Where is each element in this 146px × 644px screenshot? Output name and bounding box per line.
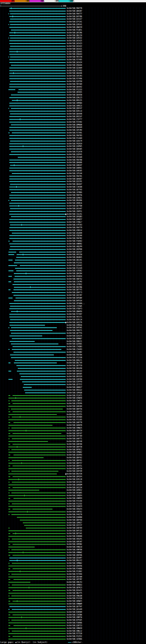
hit-bar[interactable]	[12, 395, 66, 396]
hit-label[interactable]: UniRef100_Q38713	[67, 624, 82, 627]
hit-bar[interactable]	[8, 590, 10, 591]
hit-label[interactable]: UniRef100_P12329	[67, 267, 82, 270]
hit-bar[interactable]	[17, 371, 66, 372]
hit-bar[interactable]	[9, 149, 66, 150]
hit-bar[interactable]	[9, 76, 66, 76]
hit-label[interactable]: UniRef100_Q0VY60	[67, 519, 82, 521]
hit-label[interactable]: UniRef100_Q9CSR6	[67, 32, 82, 34]
hit-label[interactable]: UniRef100_Q24235	[67, 335, 82, 337]
hit-bar[interactable]	[9, 325, 45, 326]
hit-label[interactable]: UniRef100_Q0VY61	[67, 460, 82, 462]
hit-label[interactable]: UniRef100_B9C929	[67, 376, 82, 378]
hit-label[interactable]: UniRef100_P13851	[67, 29, 82, 31]
hit-bar[interactable]	[8, 636, 10, 637]
hit-bar[interactable]	[9, 249, 66, 250]
hit-bar[interactable]	[9, 235, 66, 236]
hit-label[interactable]: UniRef100_Q4VY47	[67, 432, 82, 435]
hit-bar[interactable]	[8, 420, 66, 420]
hit-label[interactable]: UniRef100_Q104C9	[67, 505, 82, 508]
hit-bar[interactable]	[16, 365, 66, 366]
hit-bar[interactable]	[12, 349, 61, 350]
hit-bar[interactable]	[11, 192, 66, 193]
hit-label[interactable]: UniRef100_B4F1G5	[67, 530, 82, 532]
hit-bar[interactable]	[20, 520, 66, 520]
hit-label[interactable]: UniRef100_A9NWJ5	[67, 427, 82, 429]
hit-label[interactable]: UniRef100_Q5UXH9	[67, 232, 82, 234]
hit-bar[interactable]	[8, 460, 10, 461]
hit-bar[interactable]	[9, 168, 66, 168]
hit-bar[interactable]	[8, 270, 13, 271]
hit-bar[interactable]	[8, 601, 10, 602]
hit-bar[interactable]	[14, 300, 66, 301]
hit-label[interactable]: UniRef100_P12471	[67, 394, 82, 397]
hit-label[interactable]: UniRef100_A9PHD4	[67, 102, 82, 104]
hit-label[interactable]: UniRef100_Q39142	[67, 37, 82, 39]
hit-bar[interactable]	[8, 38, 9, 38]
hit-bar[interactable]	[8, 514, 10, 515]
hit-label[interactable]: UniRef100_B4FSH1	[67, 327, 82, 329]
hit-bar[interactable]	[10, 306, 66, 306]
hit-bar[interactable]	[8, 625, 10, 626]
hit-bar[interactable]	[8, 452, 66, 452]
hit-bar[interactable]	[18, 368, 66, 369]
hit-label[interactable]: UniRef100_B8LP75	[67, 592, 82, 594]
hit-bar[interactable]	[11, 620, 66, 620]
hit-bar[interactable]	[8, 536, 66, 537]
hit-bar[interactable]	[10, 354, 54, 355]
hit-bar[interactable]	[8, 479, 66, 480]
hit-bar[interactable]	[9, 127, 66, 128]
hit-bar[interactable]	[18, 89, 66, 90]
hit-bar[interactable]	[8, 582, 30, 582]
hit-bar[interactable]	[9, 122, 66, 122]
hit-label[interactable]: UniRef100_B1N5B9	[67, 611, 82, 614]
hit-label[interactable]: UniRef100_C5X5B6	[67, 614, 82, 616]
hit-bar[interactable]	[9, 11, 66, 12]
hit-label[interactable]: UniRef100_C5YVW5	[67, 305, 82, 308]
hit-bar[interactable]	[12, 100, 66, 101]
hit-bar[interactable]	[9, 8, 66, 9]
hit-bar[interactable]	[12, 563, 66, 564]
hit-label[interactable]: UniRef100_B9T0C1	[67, 449, 82, 451]
hit-bar[interactable]	[8, 617, 66, 618]
hit-label[interactable]: UniRef100_Q64448	[67, 113, 82, 115]
hit-bar[interactable]	[8, 417, 10, 418]
hit-bar[interactable]	[12, 509, 52, 510]
hit-bar[interactable]	[11, 344, 58, 344]
hit-bar[interactable]	[8, 631, 10, 632]
hit-bar[interactable]	[9, 62, 66, 63]
hit-bar[interactable]	[8, 571, 66, 572]
hit-label[interactable]: UniRef100_P12331	[67, 262, 82, 264]
hit-bar[interactable]	[9, 54, 66, 54]
hit-label[interactable]: UniRef100_A9PXN2	[67, 543, 82, 546]
hit-bar[interactable]	[8, 550, 10, 550]
hit-bar[interactable]	[8, 596, 10, 596]
hit-bar[interactable]	[11, 514, 66, 515]
hit-label[interactable]: UniRef100_P04779	[67, 226, 82, 229]
hit-bar[interactable]	[8, 457, 44, 458]
hit-bar[interactable]	[12, 241, 66, 242]
hit-bar[interactable]	[11, 65, 66, 66]
hit-bar[interactable]	[8, 542, 66, 542]
hit-bar[interactable]	[8, 57, 9, 57]
hit-bar[interactable]	[9, 341, 35, 342]
hit-bar[interactable]	[12, 614, 66, 615]
hit-bar[interactable]	[8, 604, 66, 604]
hit-bar[interactable]	[11, 574, 66, 574]
hit-label[interactable]: UniRef100_A9KJ53	[67, 581, 82, 584]
hit-bar[interactable]	[9, 97, 66, 98]
hit-bar[interactable]	[11, 124, 66, 125]
hit-label[interactable]: UniRef100_Q40771	[67, 438, 82, 440]
hit-label[interactable]: UniRef100_Q9M600	[67, 124, 82, 126]
hit-bar[interactable]	[9, 238, 66, 239]
hit-label[interactable]: UniRef100_Q40185	[67, 170, 82, 172]
hit-bar[interactable]	[12, 539, 66, 539]
hit-label[interactable]: UniRef100_B9LB96	[67, 200, 82, 202]
hit-bar[interactable]	[9, 16, 66, 17]
hit-bar[interactable]	[9, 154, 66, 155]
hit-label[interactable]: UniRef100_P12552	[67, 635, 82, 638]
hit-label[interactable]: UniRef100_P93755	[67, 414, 82, 416]
hit-bar[interactable]	[10, 19, 66, 20]
hit-bar[interactable]	[9, 162, 66, 163]
hit-bar[interactable]	[9, 111, 66, 112]
hit-label[interactable]: UniRef100_Q91YW9	[67, 576, 82, 578]
